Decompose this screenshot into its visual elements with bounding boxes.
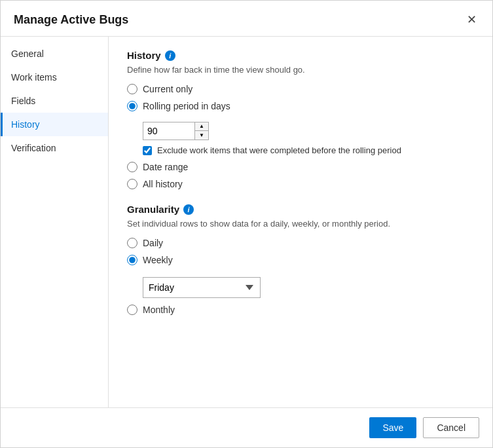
- close-button[interactable]: ✕: [464, 11, 479, 28]
- granularity-section: Granularity i Set individual rows to sho…: [127, 204, 474, 315]
- radio-rolling-period-input[interactable]: [127, 101, 137, 111]
- sidebar: General Work items Fields History Verifi…: [1, 37, 109, 407]
- radio-daily-label: Daily: [143, 238, 163, 248]
- history-info-icon[interactable]: i: [165, 50, 175, 61]
- dialog-header: Manage Active Bugs ✕: [1, 1, 492, 37]
- spinner-down-button[interactable]: ▼: [195, 131, 208, 140]
- radio-current-only-label: Current only: [143, 84, 192, 94]
- history-description: Define how far back in time the view sho…: [127, 65, 474, 75]
- radio-date-range-label: Date range: [143, 162, 188, 172]
- sidebar-item-history[interactable]: History: [1, 113, 108, 136]
- radio-monthly[interactable]: Monthly: [127, 305, 474, 315]
- granularity-description: Set individual rows to show data for a d…: [127, 219, 474, 229]
- dialog-footer: Save Cancel: [1, 407, 492, 447]
- radio-all-history-input[interactable]: [127, 179, 137, 189]
- radio-current-only-input[interactable]: [127, 84, 137, 94]
- cancel-button[interactable]: Cancel: [423, 417, 479, 438]
- radio-current-only[interactable]: Current only: [127, 84, 474, 94]
- radio-monthly-input[interactable]: [127, 305, 137, 315]
- history-title: History i: [127, 50, 474, 61]
- radio-rolling-period-label: Rolling period in days: [143, 101, 230, 111]
- dialog-body: General Work items Fields History Verifi…: [1, 37, 492, 407]
- sidebar-item-fields[interactable]: Fields: [1, 89, 108, 113]
- radio-daily[interactable]: Daily: [127, 238, 474, 248]
- radio-all-history-label: All history: [143, 179, 183, 189]
- sidebar-item-verification[interactable]: Verification: [1, 136, 108, 160]
- rolling-days-input-wrap: ▲ ▼: [143, 122, 474, 140]
- weekly-day-dropdown[interactable]: Sunday Monday Tuesday Wednesday Thursday…: [143, 277, 261, 298]
- granularity-info-icon[interactable]: i: [183, 204, 194, 215]
- save-button[interactable]: Save: [369, 417, 416, 438]
- manage-active-bugs-dialog: Manage Active Bugs ✕ General Work items …: [0, 0, 493, 448]
- granularity-radio-group: Daily Weekly Sunday Monday Tuesday Wed: [127, 238, 474, 315]
- radio-all-history[interactable]: All history: [127, 179, 474, 189]
- weekly-day-select-wrap: Sunday Monday Tuesday Wednesday Thursday…: [143, 277, 474, 298]
- exclude-checkbox-input[interactable]: [143, 146, 152, 155]
- radio-monthly-label: Monthly: [143, 305, 175, 315]
- rolling-days-input[interactable]: [143, 122, 195, 140]
- radio-date-range-input[interactable]: [127, 162, 137, 172]
- exclude-checkbox-label[interactable]: Exclude work items that were completed b…: [143, 145, 474, 155]
- spinner-up-button[interactable]: ▲: [195, 122, 208, 131]
- sidebar-item-general[interactable]: General: [1, 42, 108, 65]
- content-area: History i Define how far back in time th…: [109, 37, 492, 407]
- dialog-title: Manage Active Bugs: [14, 13, 128, 27]
- rolling-days-spinner: ▲ ▼: [195, 122, 209, 140]
- radio-date-range[interactable]: Date range: [127, 162, 474, 172]
- sidebar-item-work-items[interactable]: Work items: [1, 65, 108, 89]
- history-section: History i Define how far back in time th…: [127, 50, 474, 189]
- exclude-label-text: Exclude work items that were completed b…: [157, 145, 401, 155]
- radio-rolling-period[interactable]: Rolling period in days: [127, 101, 474, 111]
- radio-weekly-label: Weekly: [143, 255, 173, 265]
- radio-weekly[interactable]: Weekly: [127, 255, 474, 265]
- rolling-period-options: ▲ ▼ Exclude work items that were complet…: [143, 122, 474, 155]
- history-radio-group: Current only Rolling period in days ▲: [127, 84, 474, 189]
- radio-daily-input[interactable]: [127, 238, 137, 248]
- granularity-title: Granularity i: [127, 204, 474, 215]
- radio-weekly-input[interactable]: [127, 255, 137, 265]
